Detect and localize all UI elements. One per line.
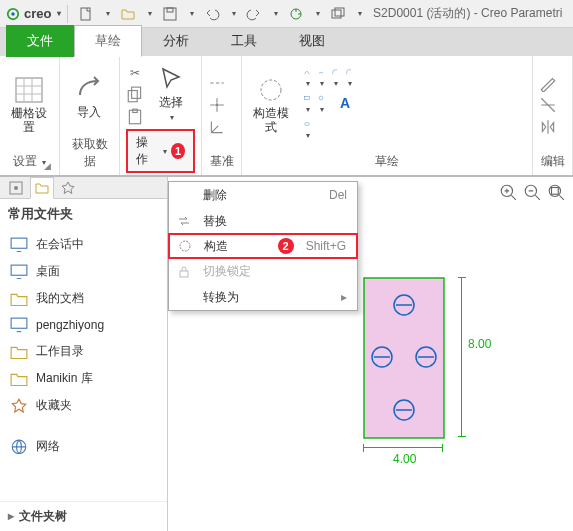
label: 转换为 <box>203 289 333 306</box>
svg-rect-15 <box>305 97 310 100</box>
dimension-height[interactable]: 8.00 <box>468 337 491 351</box>
accelerator: Del <box>329 188 347 202</box>
import-button[interactable]: 导入 <box>66 73 112 121</box>
undo-icon[interactable] <box>204 6 220 22</box>
submenu-arrow-icon: ▸ <box>341 290 347 304</box>
label: 构造模式 <box>250 106 292 134</box>
dir-item-desktop[interactable]: 桌面 <box>0 258 167 285</box>
zoom-in-icon[interactable] <box>499 183 517 201</box>
open-folder-icon[interactable] <box>120 6 136 22</box>
dir-item-favorites[interactable]: 收藏夹 <box>0 392 167 419</box>
tab-sketch[interactable]: 草绘 <box>74 25 142 57</box>
dropdown-icon[interactable]: ▾ <box>106 9 110 18</box>
line-icon[interactable]: ▾ <box>304 69 310 89</box>
dropdown-icon[interactable]: ▾ <box>232 9 236 18</box>
svg-point-13 <box>215 103 218 106</box>
network-icon <box>10 439 28 455</box>
svg-rect-8 <box>16 78 42 102</box>
svg-rect-6 <box>332 10 341 18</box>
folder-icon <box>10 344 28 360</box>
ellipse-icon[interactable]: ▾ <box>304 121 310 141</box>
label: 收藏夹 <box>36 397 72 414</box>
label: 选择▾ <box>159 95 183 125</box>
dropdown-icon[interactable]: ▾ <box>190 9 194 18</box>
dropdown-icon[interactable]: ▾ <box>148 9 152 18</box>
construction-mode-button[interactable]: 构造模式 <box>248 74 294 136</box>
rectangle-icon[interactable]: ▾ <box>304 95 310 115</box>
dir-item-documents[interactable]: 我的文档 <box>0 285 167 312</box>
save-icon[interactable] <box>162 6 178 22</box>
paste-icon[interactable] <box>126 108 144 126</box>
ribbon-group-edit: 编辑 <box>533 56 573 175</box>
label: 我的文档 <box>36 290 84 307</box>
dir-item-working[interactable]: 工作目录 <box>0 338 167 365</box>
dir-item-session[interactable]: 在会话中 <box>0 231 167 258</box>
folder-tree-header[interactable]: 文件夹树 <box>0 501 167 531</box>
sidebar-tab-favorites[interactable] <box>56 177 80 199</box>
svg-rect-29 <box>552 188 559 195</box>
regenerate-icon[interactable] <box>288 6 304 22</box>
menu-item-convert[interactable]: 转换为 ▸ <box>169 284 357 310</box>
centerline-icon[interactable] <box>208 74 226 92</box>
chamfer-icon[interactable]: ▾ <box>346 69 352 89</box>
fillet-icon[interactable]: ▾ <box>332 69 338 89</box>
tab-file[interactable]: 文件 <box>6 25 74 57</box>
dir-item-network[interactable]: 网络 <box>0 433 167 460</box>
clipboard-column: ✂ <box>126 64 144 126</box>
point-icon[interactable] <box>208 96 226 114</box>
menu-item-replace[interactable]: 替换 <box>169 208 357 234</box>
svg-rect-2 <box>81 8 90 20</box>
mirror-icon[interactable] <box>539 118 557 136</box>
label: 删除 <box>203 187 321 204</box>
svg-rect-30 <box>364 278 444 438</box>
document-title: S2D0001 (活动的) - Creo Parametri <box>372 5 573 22</box>
text-icon[interactable]: A <box>340 95 350 115</box>
construction-icon <box>256 76 286 104</box>
ribbon-group-get-data: 导入 获取数据 <box>60 56 120 175</box>
menu-item-delete[interactable]: 删除 Del <box>169 182 357 208</box>
label: 在会话中 <box>36 236 84 253</box>
monitor-icon <box>10 237 28 253</box>
brand-dropdown-icon[interactable]: ▾ <box>57 9 61 18</box>
arc-icon[interactable]: ▾ <box>318 69 324 89</box>
dropdown-icon[interactable]: ▾ <box>358 9 362 18</box>
tab-analysis[interactable]: 分析 <box>142 25 210 57</box>
ribbon-group-datum: 基准 <box>202 56 242 175</box>
coord-sys-icon[interactable] <box>208 118 226 136</box>
redo-icon[interactable] <box>246 6 262 22</box>
circle-icon[interactable]: ▾ <box>318 95 324 115</box>
cut-icon[interactable]: ✂ <box>126 64 144 82</box>
dropdown-icon[interactable]: ▾ <box>316 9 320 18</box>
sidebar-tab-model-tree[interactable] <box>4 177 28 199</box>
svg-rect-10 <box>132 87 141 98</box>
svg-rect-9 <box>128 90 137 101</box>
new-file-icon[interactable] <box>78 6 94 22</box>
grid-settings-button[interactable]: 栅格设置 <box>6 74 52 136</box>
zoom-out-icon[interactable] <box>523 183 541 201</box>
menu-item-construct-highlight[interactable]: 构造 2 Shift+G <box>168 233 358 259</box>
dir-item-user[interactable]: pengzhiyong <box>0 312 167 338</box>
dir-item-manikin[interactable]: Manikin 库 <box>0 365 167 392</box>
tab-view[interactable]: 视图 <box>278 25 346 57</box>
ribbon: 栅格设置 设置 ▾◢ 导入 获取数据 ✂ 选择▾ 操作 <box>0 56 573 176</box>
folder-icon <box>10 371 28 387</box>
dimension-width[interactable]: 4.00 <box>393 452 416 466</box>
dropdown-icon[interactable]: ▾ <box>274 9 278 18</box>
label: 网络 <box>36 438 60 455</box>
tab-tools[interactable]: 工具 <box>210 25 278 57</box>
ribbon-group-sketch: 构造模式 ▾ ▾ ▾ ▾ ▾ ▾ A ▾ <box>242 56 533 175</box>
operations-dropdown-highlight[interactable]: 操作 ▾ 1 <box>126 129 195 173</box>
label: 构造 <box>204 238 270 255</box>
sketch-drawing: 8.00 4.00 <box>363 277 453 442</box>
monitor-icon <box>10 264 28 280</box>
select-button[interactable]: 选择▾ <box>148 63 194 127</box>
copy-icon[interactable] <box>126 86 144 104</box>
windows-icon[interactable] <box>330 6 346 22</box>
refit-icon[interactable] <box>547 183 565 201</box>
trim-icon[interactable] <box>539 96 557 114</box>
sidebar-tab-folder[interactable] <box>30 177 54 199</box>
brand-text: creo <box>24 6 51 21</box>
modify-icon[interactable] <box>539 74 557 92</box>
star-icon <box>10 398 28 414</box>
ribbon-group-settings: 栅格设置 设置 ▾◢ <box>0 56 60 175</box>
